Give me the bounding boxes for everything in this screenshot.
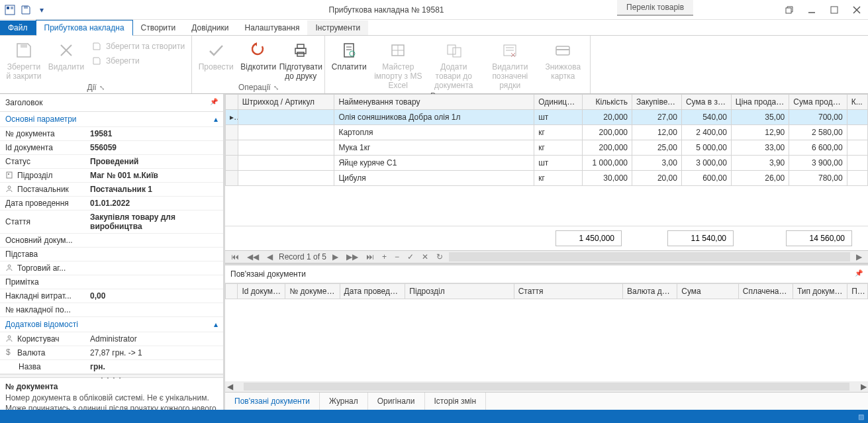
nav-first-icon[interactable]: ⏮ <box>229 252 241 261</box>
cell-bsum[interactable]: 540,00 <box>681 110 731 125</box>
prop-row[interactable]: КористувачAdministrator <box>0 332 223 346</box>
cell-bprice[interactable]: 3,00 <box>632 156 682 171</box>
linked-col-dept[interactable]: Підрозділ <box>405 284 514 299</box>
cell-bprice[interactable]: 20,00 <box>632 171 682 186</box>
cell-qty[interactable]: 1 000,000 <box>583 156 632 171</box>
nav-prevpage-icon[interactable]: ◀◀ <box>245 252 261 261</box>
cell-sprice[interactable]: 3,90 <box>731 156 789 171</box>
cell-unit[interactable]: шт <box>534 110 583 125</box>
nav-next-icon[interactable]: ▶ <box>330 252 340 261</box>
linked-col-extra[interactable]: П... <box>847 284 868 299</box>
cell-barcode[interactable] <box>238 140 334 156</box>
prop-value[interactable]: Administrator <box>86 332 223 346</box>
row-indicator[interactable]: ▸ <box>226 110 238 125</box>
linked-col-paid[interactable]: Сплачена сума <box>738 284 793 299</box>
cell-barcode[interactable] <box>238 110 334 125</box>
prop-row[interactable]: Накладні витрат...0,00 <box>0 289 223 303</box>
cell-ssum[interactable]: 780,00 <box>789 171 847 186</box>
delete-rows-button[interactable]: Видалити позначені рядки <box>483 37 537 90</box>
linked-row-selector[interactable] <box>226 284 238 299</box>
prop-value[interactable]: 01.01.2022 <box>86 197 223 210</box>
table-row[interactable]: ▸ Олія соняшникова Добра олія 1л шт 20,0… <box>226 110 868 125</box>
col-qty[interactable]: Кількість <box>583 95 632 110</box>
cell-qty[interactable]: 200,000 <box>583 125 632 140</box>
menu-tab-invoice[interactable]: Прибуткова накладна <box>36 20 133 36</box>
col-unit[interactable]: Одиниця виміру <box>534 95 583 110</box>
cell-bsum[interactable]: 3 000,00 <box>681 156 731 171</box>
cell-unit[interactable]: кг <box>534 171 583 186</box>
cell-ssum[interactable]: 2 580,00 <box>789 125 847 140</box>
table-row[interactable]: Картопля кг 200,000 12,00 2 400,00 12,90… <box>226 125 868 140</box>
restore-down-extra-icon[interactable] <box>778 0 800 20</box>
col-barcode[interactable]: Штрихкод / Артикул <box>238 95 334 110</box>
prop-group-extra[interactable]: Додаткові відомості ▴ <box>0 317 223 332</box>
cell-unit[interactable]: кг <box>534 125 583 140</box>
cell-bprice[interactable]: 12,00 <box>632 125 682 140</box>
prop-value[interactable]: 0,00 <box>86 289 223 303</box>
prop-row[interactable]: Дата проведення01.01.2022 <box>0 197 223 211</box>
cell-qty[interactable]: 30,000 <box>583 171 632 186</box>
tab-originals[interactable]: Оригінали <box>368 393 425 410</box>
row-selector-header[interactable] <box>226 95 238 110</box>
cell-name[interactable]: Яйце куряче С1 <box>334 156 534 171</box>
linked-col-currency[interactable]: Валюта документа <box>623 284 677 299</box>
prop-value[interactable]: Маг № 001 м.Київ <box>86 169 223 182</box>
prop-value[interactable]: Закупівля товару для виробництва <box>86 211 223 233</box>
linked-scroll-left-icon[interactable]: ◀ <box>225 382 234 391</box>
col-sprice[interactable]: Ціна продажу <box>731 95 789 110</box>
cell-bsum[interactable]: 2 400,00 <box>681 125 731 140</box>
linked-col-sum[interactable]: Сума <box>677 284 738 299</box>
nav-remove-icon[interactable]: − <box>393 252 401 261</box>
table-row[interactable]: Яйце куряче С1 шт 1 000,000 3,00 3 000,0… <box>226 156 868 171</box>
linked-col-date[interactable]: Дата проведення <box>340 284 405 299</box>
post-button[interactable]: Провести <box>196 37 236 71</box>
save-close-button[interactable]: Зберегти й закрити <box>4 37 44 81</box>
nav-cancel-icon[interactable]: ✕ <box>420 252 430 261</box>
prop-row[interactable]: № накладної по... <box>0 303 223 317</box>
tab-journal[interactable]: Журнал <box>320 393 368 410</box>
cell-sprice[interactable]: 26,00 <box>731 171 789 186</box>
cell-ssum[interactable]: 700,00 <box>789 110 847 125</box>
cell-unit[interactable]: кг <box>534 140 583 156</box>
prop-value[interactable]: Постачальник 1 <box>86 183 223 196</box>
pay-button[interactable]: Сплатити <box>329 37 369 71</box>
linked-col-type[interactable]: Тип документа <box>793 284 847 299</box>
cell-ssum[interactable]: 3 900,00 <box>789 156 847 171</box>
prop-row[interactable]: Назвагрн. <box>0 360 223 374</box>
nav-nextpage-icon[interactable]: ▶▶ <box>344 252 360 261</box>
linked-col-no[interactable]: № документа <box>285 284 340 299</box>
add-goods-button[interactable]: Додати товари до документа <box>427 37 480 90</box>
cell-barcode[interactable] <box>238 171 334 186</box>
prop-value[interactable] <box>86 252 223 256</box>
cell-extra[interactable] <box>847 171 867 186</box>
nav-add-icon[interactable]: + <box>380 252 389 261</box>
row-indicator[interactable] <box>226 140 238 156</box>
cell-name[interactable]: Олія соняшникова Добра олія 1л <box>334 110 534 125</box>
linked-pin-icon[interactable]: 📌 <box>855 269 863 279</box>
col-ssum[interactable]: Сума продажу <box>789 95 847 110</box>
prop-row[interactable]: Основний докум... <box>0 234 223 248</box>
table-row[interactable]: Цибуля кг 30,000 20,00 600,00 26,00 780,… <box>226 171 868 186</box>
dialog-launcher-icon[interactable]: ⤡ <box>99 84 105 91</box>
menu-tab-catalogs[interactable]: Довідники <box>183 21 236 35</box>
menu-tab-create[interactable]: Створити <box>133 21 184 35</box>
table-row[interactable]: Мука 1кг кг 200,000 25,00 5 000,00 33,00… <box>226 140 868 156</box>
col-extra[interactable]: К... <box>847 95 867 110</box>
h-scrollbar[interactable] <box>449 252 850 261</box>
prop-value[interactable] <box>86 280 223 284</box>
cell-bsum[interactable]: 5 000,00 <box>681 140 731 156</box>
delete-button[interactable]: Видалити <box>46 37 86 71</box>
prop-value[interactable] <box>86 308 223 312</box>
prepare-print-button[interactable]: Підготувати до друку <box>281 37 320 81</box>
tab-linked-docs[interactable]: Пов'язані документи <box>225 393 320 410</box>
prop-value[interactable]: грн. <box>86 360 223 373</box>
col-name[interactable]: Найменування товару <box>334 95 534 110</box>
cell-sprice[interactable]: 12,90 <box>731 125 789 140</box>
minimize-button[interactable] <box>800 0 823 20</box>
tab-history[interactable]: Історія змін <box>425 393 487 410</box>
cell-bprice[interactable]: 25,00 <box>632 140 682 156</box>
cell-bsum[interactable]: 600,00 <box>681 171 731 186</box>
cell-ssum[interactable]: 6 600,00 <box>789 140 847 156</box>
menu-tab-tools[interactable]: Інструменти <box>307 21 368 35</box>
cell-name[interactable]: Картопля <box>334 125 534 140</box>
